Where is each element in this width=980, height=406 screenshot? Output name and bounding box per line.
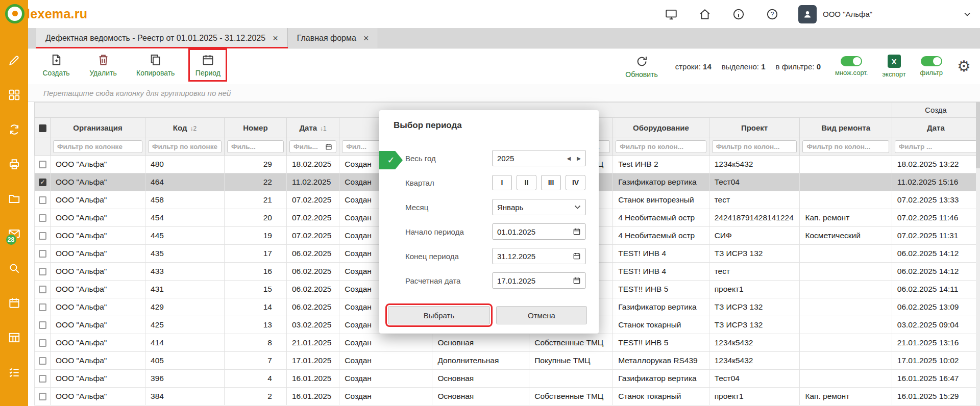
table-row[interactable]: ООО "Альфа"405717.01.2025СозданДополните… — [35, 352, 980, 370]
month-select[interactable]: Январь — [492, 199, 586, 215]
table-row[interactable]: ООО "Альфа"384216.01.2025СозданОсновнаяС… — [35, 388, 980, 405]
year-prev-button[interactable]: ◀ — [567, 156, 571, 161]
row-checkbox[interactable] — [39, 232, 46, 240]
filter-input-equipment[interactable]: Фильтр по колон... — [616, 140, 706, 153]
select-all-checkbox[interactable] — [39, 124, 46, 132]
filter-input-date[interactable]: Филь... — [289, 140, 336, 153]
filter-toggle-block: фильтр — [920, 56, 943, 77]
monitor-icon[interactable] — [664, 7, 679, 22]
copy-button[interactable]: Копировать — [133, 51, 178, 79]
gear-icon[interactable]: ⚙ — [957, 59, 971, 74]
filter-input-org[interactable]: Фильтр по колонке — [53, 140, 142, 153]
group-header-created: Созда — [925, 106, 947, 114]
group-by-bar[interactable]: Перетащите сюда колонку для группировки … — [28, 84, 980, 102]
row-checkbox[interactable] — [39, 303, 46, 311]
tab-main-form[interactable]: Главная форма × — [288, 28, 379, 48]
selected-count: 1 — [761, 62, 765, 71]
cell-created: 06.02.2025 13:09 — [892, 298, 979, 316]
cell-repair — [800, 173, 892, 191]
row-checkbox[interactable] — [39, 250, 46, 258]
row-checkbox[interactable] — [39, 214, 46, 222]
row-checkbox[interactable] — [39, 321, 46, 329]
calendar-icon[interactable] — [7, 296, 21, 310]
year-next-button[interactable]: ▶ — [577, 156, 581, 161]
calc-date-input[interactable]: 17.01.2025 — [492, 272, 586, 289]
calendar-icon[interactable] — [325, 143, 332, 150]
modules-icon[interactable] — [7, 88, 21, 102]
table-row[interactable]: ООО "Альфа"396416.01.2025СозданОсновнаяГ… — [35, 370, 980, 388]
cell-code: 480 — [145, 156, 225, 173]
refresh-button[interactable]: Обновить — [622, 53, 660, 81]
folder-icon[interactable] — [7, 192, 21, 206]
cancel-button[interactable]: Отмена — [496, 306, 587, 324]
column-header-equipment[interactable]: Оборудование — [613, 118, 709, 138]
edit-icon[interactable] — [7, 53, 21, 67]
column-header-repair[interactable]: Вид ремонта — [800, 118, 892, 138]
search-icon[interactable] — [7, 261, 21, 275]
quarter-1-button[interactable]: I — [492, 175, 512, 190]
row-checkbox[interactable] — [39, 286, 46, 293]
row-checkbox[interactable] — [39, 339, 46, 347]
row-checkbox[interactable] — [39, 393, 46, 400]
table-icon[interactable] — [7, 331, 21, 345]
chevron-down-icon[interactable] — [962, 9, 973, 20]
column-header-date[interactable]: Дата↓1 — [286, 118, 339, 138]
tasks-icon[interactable] — [7, 365, 21, 379]
cell-created: 11.02.2025 15:16 — [892, 173, 979, 191]
table-row[interactable]: ООО "Альфа"414821.01.2025СозданОсновнаяС… — [35, 334, 980, 352]
full-year-check-icon[interactable]: ✓ — [379, 151, 403, 169]
cell-created: 17.01.2025 10:02 — [892, 352, 979, 370]
close-icon[interactable]: × — [363, 34, 369, 43]
multisort-toggle[interactable] — [841, 56, 862, 66]
row-checkbox[interactable] — [39, 375, 46, 383]
delete-button[interactable]: Удалить — [86, 51, 120, 79]
create-button[interactable]: Создать — [39, 51, 73, 79]
info-icon[interactable] — [731, 7, 746, 22]
row-checkbox[interactable] — [39, 357, 46, 365]
row-checkbox[interactable] — [39, 268, 46, 275]
cell-code: 458 — [145, 191, 225, 209]
year-spinner[interactable]: 2025 ◀ ▶ — [492, 150, 586, 166]
column-header-org[interactable]: Организация — [51, 118, 145, 138]
row-checkbox[interactable] — [39, 196, 46, 204]
column-header-code[interactable]: Код↓2 — [145, 118, 225, 138]
tab-bar: Дефектная ведомость - Реестр от 01.01.20… — [28, 28, 980, 48]
row-checkbox[interactable] — [39, 161, 46, 168]
filter-input-number[interactable]: Филь... — [227, 140, 284, 153]
cell-status: Создан — [339, 352, 432, 370]
filter-input-repair[interactable]: Фильтр по колон... — [802, 140, 889, 153]
calendar-icon[interactable] — [573, 227, 581, 236]
filter-input-code[interactable]: Фильтр по колонке — [148, 140, 222, 153]
cell-created: 21.01.2025 13:16 — [892, 334, 979, 352]
mail-icon[interactable]: 28 — [7, 226, 21, 241]
filter-toggle[interactable] — [921, 56, 942, 66]
period-end-input[interactable]: 31.12.2025 — [492, 248, 586, 264]
calendar-icon[interactable] — [573, 252, 581, 260]
tab-defect-register[interactable]: Дефектная ведомость - Реестр от 01.01.20… — [36, 28, 288, 48]
home-icon[interactable] — [697, 7, 713, 22]
calendar-icon[interactable] — [573, 276, 581, 285]
tab-label: Главная форма — [297, 34, 356, 43]
user-avatar[interactable] — [798, 5, 817, 23]
app-logo[interactable]: lexema.ru — [5, 4, 87, 23]
period-button[interactable]: Период — [191, 51, 225, 79]
help-icon[interactable]: ? — [765, 7, 780, 22]
quarter-2-button[interactable]: II — [517, 175, 536, 190]
scrollbar-thumb[interactable] — [976, 102, 980, 168]
quarter-4-button[interactable]: IV — [566, 175, 585, 190]
filter-input-project[interactable]: Фильтр по колон... — [712, 140, 797, 153]
period-start-input[interactable]: 01.01.2025 — [492, 223, 586, 240]
column-header-project[interactable]: Проект — [709, 118, 800, 138]
print-icon[interactable] — [7, 157, 21, 171]
row-checkbox[interactable] — [39, 179, 46, 186]
sync-icon[interactable] — [7, 122, 21, 137]
vertical-scrollbar[interactable] — [976, 102, 980, 406]
excel-export-icon[interactable]: X — [888, 55, 901, 68]
column-header-number[interactable]: Номер — [224, 118, 286, 138]
cell-equipment: TEST!! ИНВ 5 — [613, 281, 709, 298]
column-header-created[interactable]: Дата — [892, 118, 979, 138]
select-button[interactable]: Выбрать — [388, 306, 490, 324]
close-icon[interactable]: × — [273, 34, 278, 43]
quarter-3-button[interactable]: III — [541, 175, 561, 190]
filter-input-created[interactable]: Фильтр ... — [895, 140, 977, 153]
